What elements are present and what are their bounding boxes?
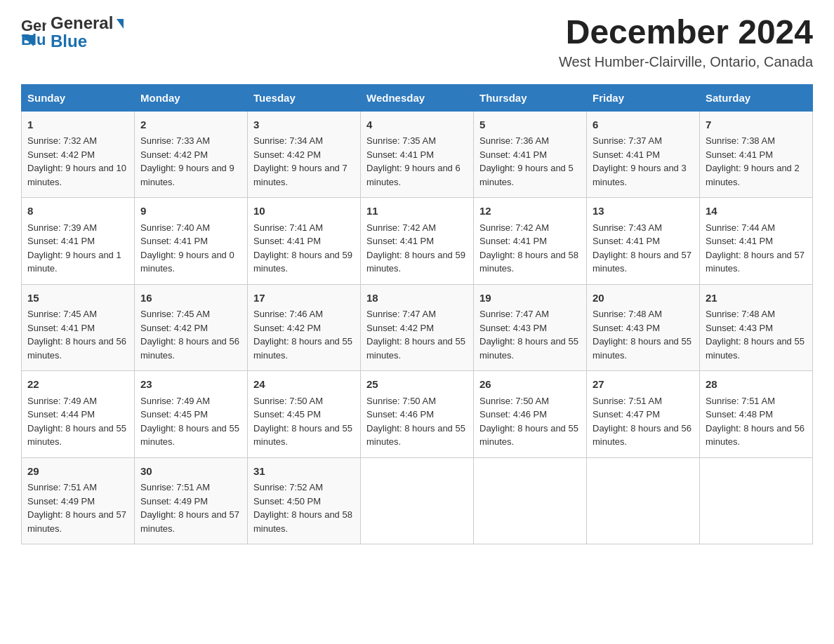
calendar-cell: 18Sunrise: 7:47 AMSunset: 4:42 PMDayligh… [361,284,474,371]
calendar-cell: 15Sunrise: 7:45 AMSunset: 4:41 PMDayligh… [22,284,135,371]
sunset-text: Sunset: 4:43 PM [479,321,581,335]
sunrise-text: Sunrise: 7:39 AM [27,221,128,235]
sunset-text: Sunset: 4:48 PM [706,408,807,422]
day-number: 9 [140,203,241,220]
sunset-text: Sunset: 4:49 PM [140,495,241,509]
sunrise-text: Sunrise: 7:33 AM [140,134,241,148]
daylight-text: Daylight: 8 hours and 57 minutes. [27,508,128,535]
month-title: December 2024 [559,14,813,51]
calendar-cell [474,457,587,544]
calendar-cell [361,457,474,544]
daylight-text: Daylight: 9 hours and 7 minutes. [253,161,355,189]
calendar-week-row: 29Sunrise: 7:51 AMSunset: 4:49 PMDayligh… [22,457,813,544]
calendar-cell: 20Sunrise: 7:48 AMSunset: 4:43 PMDayligh… [587,284,700,371]
daylight-text: Daylight: 8 hours and 55 minutes. [366,335,468,362]
day-number: 11 [366,203,468,220]
sunrise-text: Sunrise: 7:38 AM [706,134,807,148]
daylight-text: Daylight: 8 hours and 56 minutes. [593,422,694,449]
calendar-header: SundayMondayTuesdayWednesdayThursdayFrid… [22,84,813,111]
calendar-cell: 19Sunrise: 7:47 AMSunset: 4:43 PMDayligh… [474,284,587,371]
logo: General Blue General Blue [21,14,124,51]
sunrise-text: Sunrise: 7:51 AM [27,481,128,495]
sunset-text: Sunset: 4:41 PM [593,148,694,162]
day-number: 31 [253,464,355,480]
day-number: 5 [479,117,581,133]
daylight-text: Daylight: 8 hours and 56 minutes. [140,335,241,362]
sunrise-text: Sunrise: 7:47 AM [479,307,581,321]
sunset-text: Sunset: 4:41 PM [706,148,807,162]
calendar-cell: 17Sunrise: 7:46 AMSunset: 4:42 PMDayligh… [248,284,361,371]
day-number: 7 [706,117,807,133]
sunrise-text: Sunrise: 7:42 AM [366,221,468,235]
logo-general-text: General [51,14,124,32]
sunrise-text: Sunrise: 7:49 AM [27,394,128,408]
sunrise-text: Sunrise: 7:50 AM [479,394,581,408]
day-number: 6 [593,117,694,133]
weekday-header-monday: Monday [135,84,248,111]
day-number: 28 [706,377,807,393]
sunrise-text: Sunrise: 7:51 AM [140,481,241,495]
calendar-cell: 24Sunrise: 7:50 AMSunset: 4:45 PMDayligh… [248,371,361,458]
title-block: December 2024 West Humber-Clairville, On… [559,14,813,70]
calendar-table: SundayMondayTuesdayWednesdayThursdayFrid… [21,84,813,545]
weekday-header-sunday: Sunday [22,84,135,111]
day-number: 14 [706,203,807,220]
daylight-text: Daylight: 9 hours and 0 minutes. [140,248,241,276]
sunrise-text: Sunrise: 7:47 AM [366,307,468,321]
day-number: 4 [366,117,468,133]
day-number: 26 [479,377,581,393]
sunset-text: Sunset: 4:42 PM [140,148,241,162]
daylight-text: Daylight: 8 hours and 57 minutes. [706,248,807,276]
sunrise-text: Sunrise: 7:50 AM [253,394,355,408]
sunset-text: Sunset: 4:46 PM [479,408,581,422]
sunrise-text: Sunrise: 7:49 AM [140,394,241,408]
sunrise-text: Sunrise: 7:32 AM [27,134,128,148]
calendar-week-row: 22Sunrise: 7:49 AMSunset: 4:44 PMDayligh… [22,371,813,458]
daylight-text: Daylight: 8 hours and 55 minutes. [593,335,694,362]
sunrise-text: Sunrise: 7:43 AM [593,221,694,235]
daylight-text: Daylight: 8 hours and 58 minutes. [253,508,355,535]
sunset-text: Sunset: 4:42 PM [253,148,355,162]
sunset-text: Sunset: 4:42 PM [253,321,355,335]
logo-icon: General Blue [21,15,46,49]
calendar-cell: 11Sunrise: 7:42 AMSunset: 4:41 PMDayligh… [361,198,474,285]
day-number: 13 [593,203,694,220]
sunset-text: Sunset: 4:43 PM [706,321,807,335]
sunset-text: Sunset: 4:43 PM [593,321,694,335]
daylight-text: Daylight: 8 hours and 55 minutes. [479,422,581,449]
sunset-text: Sunset: 4:47 PM [593,408,694,422]
daylight-text: Daylight: 8 hours and 55 minutes. [27,422,128,449]
daylight-text: Daylight: 8 hours and 57 minutes. [593,248,694,276]
daylight-text: Daylight: 8 hours and 59 minutes. [366,248,468,276]
day-number: 23 [140,377,241,393]
sunset-text: Sunset: 4:41 PM [27,234,128,248]
calendar-cell: 1Sunrise: 7:32 AMSunset: 4:42 PMDaylight… [22,111,135,198]
sunset-text: Sunset: 4:41 PM [140,234,241,248]
day-number: 1 [27,117,128,133]
day-number: 24 [253,377,355,393]
daylight-text: Daylight: 8 hours and 56 minutes. [706,422,807,449]
day-number: 18 [366,290,468,307]
day-number: 8 [27,203,128,220]
calendar-cell: 31Sunrise: 7:52 AMSunset: 4:50 PMDayligh… [248,457,361,544]
daylight-text: Daylight: 8 hours and 55 minutes. [253,335,355,362]
daylight-text: Daylight: 8 hours and 55 minutes. [479,335,581,362]
daylight-text: Daylight: 8 hours and 55 minutes. [366,422,468,449]
sunrise-text: Sunrise: 7:41 AM [253,221,355,235]
calendar-cell: 3Sunrise: 7:34 AMSunset: 4:42 PMDaylight… [248,111,361,198]
sunset-text: Sunset: 4:45 PM [253,408,355,422]
calendar-cell: 29Sunrise: 7:51 AMSunset: 4:49 PMDayligh… [22,457,135,544]
calendar-cell: 25Sunrise: 7:50 AMSunset: 4:46 PMDayligh… [361,371,474,458]
logo-blue-text: Blue [51,32,124,51]
day-number: 29 [27,464,128,480]
calendar-cell: 2Sunrise: 7:33 AMSunset: 4:42 PMDaylight… [135,111,248,198]
sunset-text: Sunset: 4:41 PM [253,234,355,248]
sunset-text: Sunset: 4:45 PM [140,408,241,422]
calendar-cell: 30Sunrise: 7:51 AMSunset: 4:49 PMDayligh… [135,457,248,544]
sunrise-text: Sunrise: 7:36 AM [479,134,581,148]
sunset-text: Sunset: 4:41 PM [706,234,807,248]
weekday-header-friday: Friday [587,84,700,111]
sunrise-text: Sunrise: 7:51 AM [706,394,807,408]
sunrise-text: Sunrise: 7:34 AM [253,134,355,148]
daylight-text: Daylight: 9 hours and 9 minutes. [140,161,241,189]
